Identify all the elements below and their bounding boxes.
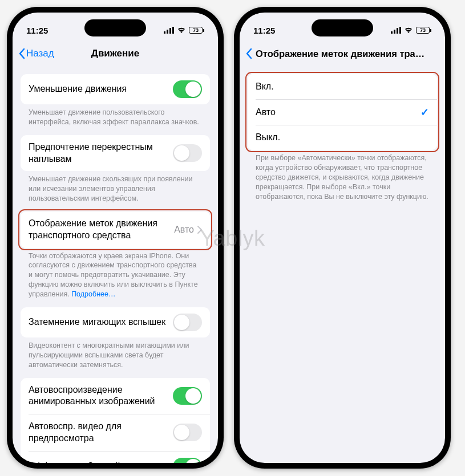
- reduce-motion-label: Уменьшение движения: [29, 83, 173, 95]
- reduce-motion-toggle[interactable]: [173, 80, 202, 98]
- learn-more-link[interactable]: Подробнее…: [71, 290, 115, 298]
- nav-bar: Отображение меток движения транспор…: [240, 41, 445, 66]
- svg-rect-4: [391, 31, 393, 34]
- option-off-row[interactable]: Выкл.: [256, 125, 437, 150]
- svg-rect-3: [172, 27, 174, 34]
- message-effects-toggle[interactable]: [173, 458, 202, 463]
- nav-bar: Назад Движение: [13, 41, 218, 66]
- vehicle-cues-footer: Точки отображаются у краев экрана iPhone…: [21, 248, 210, 299]
- option-auto-row[interactable]: Авто ✓: [256, 99, 437, 125]
- options-footer: При выборе «Автоматически» точки отображ…: [248, 150, 437, 201]
- autoplay-anim-label: Автовоспроизведение анимированных изобра…: [29, 384, 173, 408]
- chevron-back-icon: [245, 48, 252, 59]
- autoplay-video-row[interactable]: Автовоспр. видео для предпросмотра: [29, 414, 210, 451]
- status-time: 11:25: [253, 26, 275, 35]
- cell-signal-icon: [391, 27, 401, 34]
- option-on-label: Вкл.: [256, 81, 429, 93]
- back-button[interactable]: Назад: [18, 48, 54, 59]
- vehicle-cues-highlight: Отображение меток движения транспортного…: [18, 209, 212, 250]
- svg-rect-5: [394, 30, 395, 34]
- svg-rect-6: [397, 28, 398, 34]
- battery-icon: 73: [189, 27, 204, 34]
- dim-flashes-row[interactable]: Затемнение мигающих вспышек: [21, 307, 210, 337]
- reduce-motion-footer: Уменьшает движение пользовательского инт…: [21, 104, 210, 127]
- reduce-motion-row[interactable]: Уменьшение движения: [21, 74, 210, 104]
- battery-icon: 73: [416, 27, 431, 34]
- back-button[interactable]: [245, 48, 252, 59]
- vehicle-cues-value: Авто: [174, 225, 194, 235]
- autoplay-anim-row[interactable]: Автовоспроизведение анимированных изобра…: [21, 378, 210, 414]
- prefer-crossfade-toggle[interactable]: [173, 144, 202, 162]
- autoplay-anim-toggle[interactable]: [173, 387, 202, 405]
- dim-flashes-toggle[interactable]: [173, 314, 202, 331]
- svg-rect-2: [169, 28, 171, 34]
- svg-rect-0: [164, 31, 165, 34]
- dynamic-island: [312, 19, 373, 36]
- options-highlight: Вкл. Авто ✓ Выкл.: [245, 72, 439, 152]
- page-title: Отображение меток движения транспор…: [256, 48, 427, 59]
- chevron-back-icon: [18, 48, 25, 59]
- dynamic-island: [84, 19, 146, 36]
- autoplay-video-label: Автовоспр. видео для предпросмотра: [29, 421, 173, 445]
- option-on-row[interactable]: Вкл.: [248, 74, 437, 99]
- status-time: 11:25: [26, 26, 48, 35]
- cell-signal-icon: [164, 27, 174, 34]
- vehicle-cues-label: Отображение меток движения транспортного…: [29, 218, 174, 242]
- message-effects-row[interactable]: Эффекты сообщений: [29, 451, 210, 463]
- message-effects-label: Эффекты сообщений: [29, 461, 173, 463]
- checkmark-icon: ✓: [420, 106, 429, 119]
- phone-right: 11:25 73 Отображение меток движения тран…: [234, 7, 451, 469]
- option-off-label: Выкл.: [256, 132, 429, 144]
- prefer-crossfade-row[interactable]: Предпочтение перекрестным наплывам: [21, 135, 210, 172]
- prefer-crossfade-footer: Уменьшает движение скользящих при появле…: [21, 171, 210, 204]
- dim-flashes-label: Затемнение мигающих вспышек: [29, 316, 173, 328]
- vehicle-cues-row[interactable]: Отображение меток движения транспортного…: [21, 211, 210, 248]
- option-auto-label: Авто: [256, 107, 420, 119]
- svg-rect-1: [167, 30, 168, 34]
- chevron-right-icon: [197, 226, 202, 234]
- dim-flashes-footer: Видеоконтент с многократными мигающими и…: [21, 337, 210, 370]
- autoplay-video-toggle[interactable]: [173, 424, 202, 441]
- prefer-crossfade-label: Предпочтение перекрестным наплывам: [29, 141, 173, 165]
- svg-rect-7: [399, 27, 401, 34]
- wifi-icon: [177, 27, 186, 34]
- phone-left: 11:25 73 Назад Движение Уменьшени: [7, 7, 224, 469]
- wifi-icon: [404, 27, 413, 34]
